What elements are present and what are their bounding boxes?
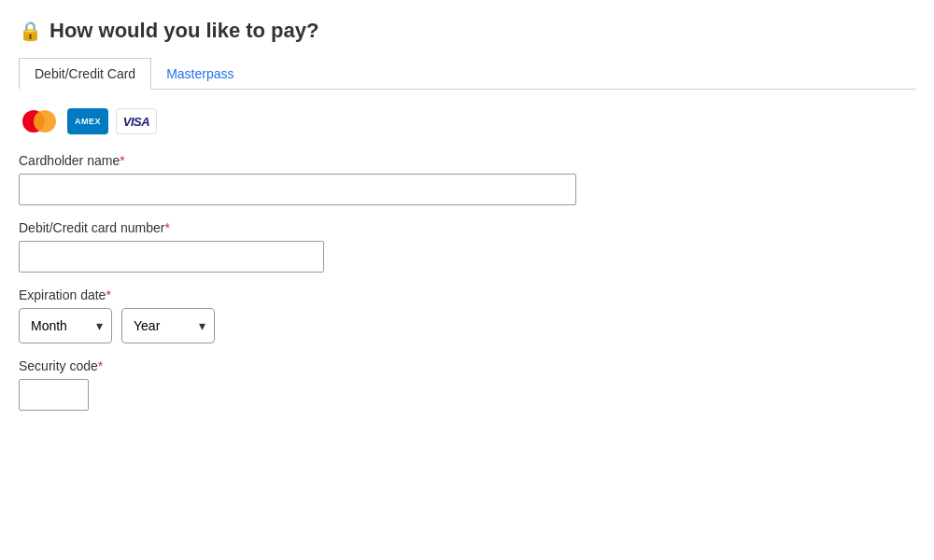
mastercard-circle-right (34, 110, 56, 133)
payment-form: 🔒 How would you like to pay? Debit/Credi… (19, 19, 915, 411)
tab-debit-credit[interactable]: Debit/Credit Card (19, 58, 151, 90)
card-number-input[interactable] (19, 241, 324, 273)
lock-icon: 🔒 (19, 20, 42, 42)
expiration-date-label: Expiration date* (19, 287, 915, 302)
cardholder-name-input[interactable] (19, 174, 576, 205)
cardholder-required-star: * (120, 153, 124, 168)
amex-icon: AMEX (67, 108, 108, 134)
year-select[interactable]: Year 2024 2025 2026 2027 2028 2029 2030 (121, 308, 215, 343)
cardholder-name-group: Cardholder name* (19, 153, 915, 205)
page-title: 🔒 How would you like to pay? (19, 19, 915, 43)
month-select[interactable]: Month 01 02 03 04 05 06 07 08 09 10 11 1… (19, 308, 112, 343)
card-number-required-star: * (164, 220, 169, 235)
expiry-required-star: * (106, 287, 110, 302)
security-required-star: * (98, 358, 103, 373)
month-select-wrapper: Month 01 02 03 04 05 06 07 08 09 10 11 1… (19, 308, 112, 343)
cardholder-name-label: Cardholder name* (19, 153, 915, 168)
mastercard-icon (19, 108, 60, 134)
visa-icon: VISA (116, 108, 157, 134)
card-number-label: Debit/Credit card number* (19, 220, 915, 235)
payment-tabs: Debit/Credit Card Masterpass (19, 58, 915, 90)
tab-masterpass[interactable]: Masterpass (151, 58, 248, 90)
security-code-group: Security code* (19, 358, 915, 411)
expiration-row: Month 01 02 03 04 05 06 07 08 09 10 11 1… (19, 308, 915, 343)
expiration-date-group: Expiration date* Month 01 02 03 04 05 06… (19, 287, 915, 343)
card-icons-row: AMEX VISA (19, 108, 915, 134)
card-number-group: Debit/Credit card number* (19, 220, 915, 273)
year-select-wrapper: Year 2024 2025 2026 2027 2028 2029 2030 (121, 308, 215, 343)
security-code-input[interactable] (19, 379, 89, 411)
security-code-label: Security code* (19, 358, 915, 373)
